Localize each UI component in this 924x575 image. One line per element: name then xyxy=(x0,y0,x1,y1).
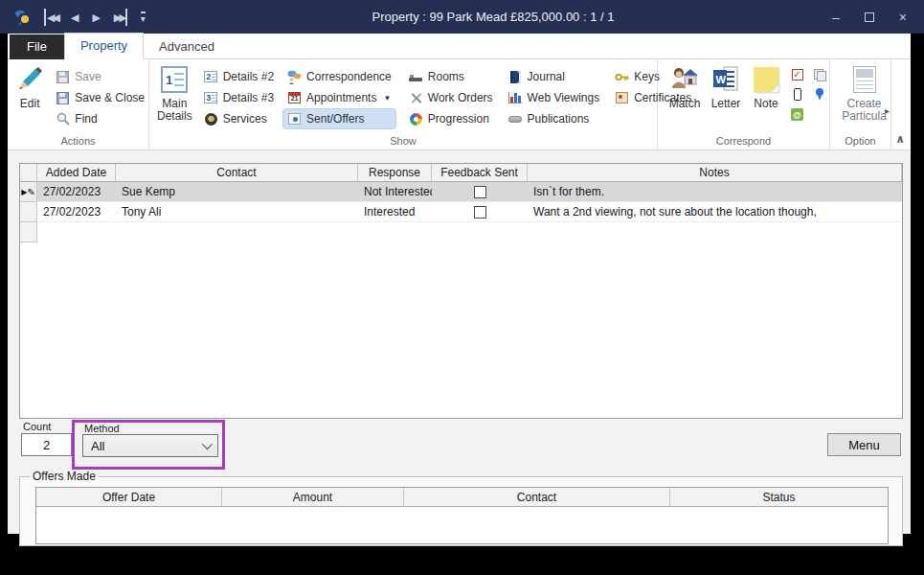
col-header-added-date[interactable]: Added Date xyxy=(37,164,116,182)
work-orders-button[interactable]: Work Orders xyxy=(405,88,497,107)
appointments-calendar-icon: 21 xyxy=(287,91,302,105)
main-details-button[interactable]: 1 Main Details xyxy=(157,63,192,123)
offers-made-section: Offers Made Offer Date Amount Contact St… xyxy=(19,470,903,546)
letter-word-icon: W xyxy=(711,65,740,94)
app-window: ◀◀ ◀ ▶ ▶▶ ▾ Property : 99 Park Mead £825… xyxy=(0,0,924,575)
options-expand-icon[interactable]: ▸ xyxy=(885,105,890,116)
maximize-button[interactable] xyxy=(865,12,874,22)
save-close-icon xyxy=(56,91,70,105)
nav-last-record-button[interactable]: ▶▶ xyxy=(114,9,127,26)
feedback-checkbox[interactable] xyxy=(474,186,486,198)
nav-next-record-button[interactable]: ▶ xyxy=(92,9,100,26)
progression-button[interactable]: Progression xyxy=(405,109,497,128)
create-particulars-label-line2: Particula xyxy=(842,109,887,123)
minimize-button[interactable]: – xyxy=(832,10,840,25)
titlebar-nav: ◀◀ ◀ ▶ ▶▶ ▾ xyxy=(0,9,192,26)
col-header-feedback-sent[interactable]: Feedback Sent xyxy=(432,164,528,182)
sms-phone-icon[interactable] xyxy=(790,87,804,102)
web-viewings-chart-icon xyxy=(508,91,523,105)
sent-offers-icon xyxy=(287,112,302,126)
letter-label: Letter xyxy=(711,98,741,110)
sent-offers-button[interactable]: Sent/Offers xyxy=(283,109,395,128)
match-label: Match xyxy=(669,98,701,110)
quick-access-menu-icon[interactable]: ▾ xyxy=(141,12,146,23)
row-edit-indicator-icon: ▶✎ xyxy=(20,182,37,202)
save-and-close-label: Save & Close xyxy=(75,91,145,104)
ribbon-group-actions: Edit Save Save & Close F xyxy=(8,59,149,150)
progression-icon xyxy=(409,112,423,126)
note-button[interactable]: Note xyxy=(746,63,786,110)
edit-button[interactable]: Edit xyxy=(13,63,46,110)
work-orders-label: Work Orders xyxy=(428,91,493,104)
publications-icon xyxy=(508,112,523,126)
journal-button[interactable]: Journal xyxy=(505,67,604,86)
cell-feedback-sent xyxy=(432,202,528,222)
rooms-button[interactable]: Rooms xyxy=(405,67,497,86)
map-pin-icon[interactable] xyxy=(812,87,826,102)
web-viewings-button[interactable]: Web Viewings xyxy=(505,88,604,107)
chevron-down-icon xyxy=(202,439,213,449)
match-button[interactable]: Match xyxy=(664,63,706,110)
col-header-response[interactable]: Response xyxy=(358,164,432,182)
ribbon-tab-strip: File Property Advanced xyxy=(8,34,911,59)
details-3-button[interactable]: 3 Details #3 xyxy=(200,88,278,107)
correspondence-icon xyxy=(287,70,302,84)
sent-offers-label: Sent/Offers xyxy=(306,112,364,126)
letter-button[interactable]: W Letter xyxy=(706,63,746,110)
feedback-checkbox[interactable] xyxy=(474,206,486,218)
count-value: 2 xyxy=(21,433,72,456)
actions-group-label: Actions xyxy=(8,135,148,147)
method-dropdown[interactable]: All xyxy=(82,434,218,457)
create-particulars-button[interactable]: Create Particula xyxy=(838,63,890,123)
new-row-selector[interactable] xyxy=(20,222,37,242)
details-2-label: Details #2 xyxy=(223,70,274,83)
col-header-contact[interactable]: Contact xyxy=(116,164,358,182)
ribbon-collapse-button[interactable]: ∧ xyxy=(895,132,905,146)
cell-added-date: 27/02/2023 xyxy=(37,202,116,222)
cell-notes: Want a 2nd viewing, not sure about the l… xyxy=(528,202,902,222)
close-button[interactable]: × xyxy=(899,10,907,25)
correspond-group-label: Correspond xyxy=(658,135,829,147)
col-header-notes[interactable]: Notes xyxy=(528,164,902,182)
window-body: File Property Advanced Edit xyxy=(8,34,911,534)
cell-contact: Sue Kemp xyxy=(116,182,358,202)
col-header-offer-contact[interactable]: Contact xyxy=(404,488,670,507)
save-button[interactable]: Save xyxy=(52,67,148,86)
progression-label: Progression xyxy=(428,112,489,126)
col-header-amount[interactable]: Amount xyxy=(222,488,404,507)
details-3-label: Details #3 xyxy=(223,91,274,104)
appointments-label: Appointments xyxy=(306,91,376,104)
menu-button[interactable]: Menu xyxy=(827,433,901,456)
match-icon xyxy=(670,65,699,94)
cell-response: Interested xyxy=(358,202,432,222)
note-sticky-icon xyxy=(752,65,780,94)
method-selected-value: All xyxy=(91,439,104,453)
services-button[interactable]: Services xyxy=(200,109,278,128)
details-2-button[interactable]: 2 Details #2 xyxy=(200,67,278,86)
edit-pencil-icon xyxy=(15,65,44,94)
journal-book-icon xyxy=(508,70,523,84)
find-button[interactable]: Find xyxy=(52,109,148,128)
copy-documents-icon[interactable] xyxy=(812,67,826,81)
nav-first-record-button[interactable]: ◀◀ xyxy=(44,9,57,26)
email-icon[interactable]: @ xyxy=(790,107,804,122)
col-header-status[interactable]: Status xyxy=(670,488,888,507)
tab-advanced[interactable]: Advanced xyxy=(144,34,230,59)
keys-icon xyxy=(615,70,629,84)
correspondence-button[interactable]: Correspondence xyxy=(283,67,395,86)
save-and-close-button[interactable]: Save & Close xyxy=(52,88,148,107)
note-label: Note xyxy=(754,98,778,110)
publications-label: Publications xyxy=(528,112,590,126)
nav-previous-record-button[interactable]: ◀ xyxy=(71,9,79,26)
appointments-button[interactable]: 21 Appointments ▼ xyxy=(283,88,395,107)
mailshot-checkbox-icon[interactable]: ✓ xyxy=(790,67,804,81)
tab-file[interactable]: File xyxy=(10,34,64,59)
tab-property[interactable]: Property xyxy=(64,33,144,59)
edit-label: Edit xyxy=(20,98,40,110)
correspondence-label: Correspondence xyxy=(306,70,392,83)
col-header-offer-date[interactable]: Offer Date xyxy=(36,488,222,507)
row-selector[interactable] xyxy=(20,202,37,222)
publications-button[interactable]: Publications xyxy=(505,109,604,128)
web-viewings-label: Web Viewings xyxy=(528,91,600,104)
details-3-icon: 3 xyxy=(204,91,218,105)
